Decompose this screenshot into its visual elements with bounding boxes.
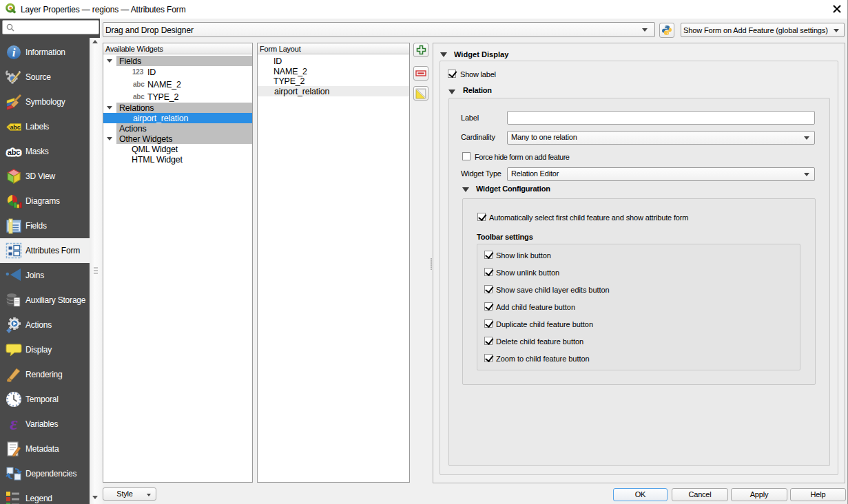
svg-text:abc: abc xyxy=(10,124,21,131)
svg-text:abc: abc xyxy=(8,148,20,156)
svg-text:i: i xyxy=(12,46,16,59)
svg-text:ε: ε xyxy=(10,416,18,432)
